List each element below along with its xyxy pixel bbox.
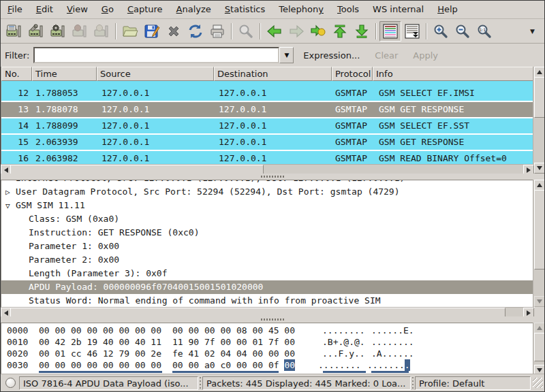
print-icon[interactable]: [206, 21, 228, 42]
toolbar-separator: [260, 23, 261, 39]
hex-highlight-sliver: [172, 371, 279, 373]
list-interfaces-icon[interactable]: [3, 21, 25, 42]
save-file-icon[interactable]: [141, 21, 163, 42]
menu-go[interactable]: Go: [95, 1, 121, 18]
detail-row-udp[interactable]: ▷User Datagram Protocol, Src Port: 52294…: [1, 185, 535, 199]
hex-row: 001000 42 2b 19 40 00 40 1111 90 7f 00 0…: [1, 336, 535, 348]
detail-row-gsm-sim[interactable]: ▽GSM SIM 11.11: [1, 199, 535, 212]
packet-row[interactable]: 16 2.063982 127.0.0.1 127.0.0.1 GSMTAP G…: [1, 151, 535, 164]
menu-file[interactable]: File: [1, 1, 29, 18]
detail-row-parameter1[interactable]: Parameter 1: 0x00: [1, 240, 535, 253]
column-header-protocol[interactable]: Protocol: [332, 67, 373, 81]
colorize-icon[interactable]: [379, 21, 401, 42]
scroll-thumb[interactable]: [534, 77, 545, 118]
reload-icon[interactable]: [185, 21, 206, 42]
expander-collapsed-icon[interactable]: ▷: [5, 186, 16, 199]
menu-statistics[interactable]: Statistics: [218, 1, 272, 18]
menu-analyze[interactable]: Analyze: [170, 1, 218, 18]
hex-row: 003000 00 00 00 00 00 00 0000 00 a0 c0 0…: [1, 359, 535, 371]
menu-ws-internal[interactable]: WS internal: [366, 1, 431, 18]
auto-scroll-icon[interactable]: [401, 21, 423, 42]
statusbar-separator: [199, 377, 202, 389]
resize-grip-icon[interactable]: [533, 378, 543, 388]
packet-list-header: No. Time Source Destination Protocol Inf…: [1, 67, 535, 81]
packet-row-selected[interactable]: 13 1.788078 127.0.0.1 127.0.0.1 GSMTAP G…: [1, 102, 535, 118]
hex-vscrollbar[interactable]: [533, 323, 544, 376]
column-header-info[interactable]: Info: [373, 67, 535, 81]
expert-info-icon[interactable]: [5, 378, 16, 388]
go-bottom-icon[interactable]: [351, 21, 373, 42]
ascii-highlight-sliver: [371, 371, 409, 373]
splitter-grip-icon: [261, 318, 284, 321]
statusbar-separator: [411, 377, 414, 389]
menu-view[interactable]: View: [60, 1, 95, 18]
menu-tools[interactable]: Tools: [330, 1, 366, 18]
scroll-down-icon[interactable]: [534, 163, 545, 174]
hex-highlight-sliver: [39, 371, 162, 373]
scroll-up-icon[interactable]: [534, 180, 545, 191]
detail-row-instruction[interactable]: Instruction: GET RESPONSE (0xc0): [1, 226, 535, 240]
scroll-thumb[interactable]: [534, 333, 545, 361]
detail-row-parameter2[interactable]: Parameter 2: 0x00: [1, 253, 535, 267]
toolbar-separator: [115, 23, 116, 39]
menu-help[interactable]: Help: [431, 1, 465, 18]
detail-row-length[interactable]: Length (Parameter 3): 0x0f: [1, 267, 535, 280]
status-field-info: ISO 7816-4 APDU Data Payload (iso...: [19, 376, 198, 390]
packet-row-clipped[interactable]: 11 1.787891 127.0.0.1 127.0.0.1 GSMTAP G…: [1, 81, 535, 86]
packet-row[interactable]: 15 2.063939 127.0.0.1 127.0.0.1 GSMTAP G…: [1, 135, 535, 151]
packet-list-hscrollbar[interactable]: [1, 164, 534, 174]
packet-row[interactable]: 12 1.788053 127.0.0.1 127.0.0.1 GSMTAP G…: [1, 86, 535, 102]
details-hscrollbar[interactable]: [1, 307, 534, 317]
expander-expanded-icon[interactable]: ▽: [5, 199, 16, 213]
go-top-icon[interactable]: [329, 21, 351, 42]
open-file-icon[interactable]: [119, 21, 141, 42]
column-header-time[interactable]: Time: [32, 67, 97, 81]
go-to-packet-icon[interactable]: [307, 21, 329, 42]
pane-splitter[interactable]: [1, 174, 544, 180]
menu-edit[interactable]: Edit: [29, 1, 60, 18]
splitter-grip-icon: [261, 176, 284, 178]
capture-stop-icon: [69, 21, 91, 42]
scroll-thumb[interactable]: [534, 190, 545, 270]
zoom-100-icon[interactable]: 1:1: [473, 21, 495, 42]
clear-button: Clear: [375, 50, 398, 61]
menu-telephony[interactable]: Telephony: [272, 1, 330, 18]
hex-row: 000000 00 00 00 00 00 00 0000 00 00 00 0…: [1, 325, 535, 336]
scroll-up-icon[interactable]: [534, 323, 545, 333]
packet-list-vscrollbar[interactable]: [533, 67, 544, 174]
hex-bytes-pane[interactable]: 000000 00 00 00 00 00 00 0000 00 00 00 0…: [1, 323, 535, 376]
go-back-icon[interactable]: [264, 21, 285, 42]
capture-options-icon[interactable]: [25, 21, 47, 42]
scroll-down-icon[interactable]: [534, 296, 545, 307]
detail-row-status-word[interactable]: Status Word: Normal ending of command wi…: [1, 294, 535, 308]
status-profile[interactable]: Profile: Default: [415, 376, 531, 390]
details-vscrollbar[interactable]: [533, 180, 544, 307]
column-header-destination[interactable]: Destination: [214, 67, 332, 81]
zoom-out-icon[interactable]: [452, 21, 473, 42]
filter-dropdown-icon[interactable]: ▼: [279, 47, 294, 63]
toolbar-separator: [426, 23, 427, 39]
scroll-up-icon[interactable]: [534, 67, 545, 78]
menu-bar: File Edit View Go Capture Analyze Statis…: [1, 1, 544, 19]
hex-row: 002000 01 cc 46 12 79 00 2efe 41 02 04 0…: [1, 348, 535, 359]
detail-row-class[interactable]: Class: GSM (0xa0): [1, 212, 535, 226]
capture-start-icon[interactable]: [47, 21, 69, 42]
filter-input[interactable]: [33, 47, 279, 63]
column-header-no[interactable]: No.: [1, 67, 32, 81]
zoom-in-icon[interactable]: [430, 21, 452, 42]
column-header-source[interactable]: Source: [97, 67, 214, 81]
go-forward-icon: [285, 21, 307, 42]
detail-row-clipped[interactable]: Internet Protocol, Src: 127.0.0.1 (127.0…: [1, 180, 535, 185]
apply-button: Apply: [413, 50, 438, 61]
packet-row[interactable]: 14 1.788099 127.0.0.1 127.0.0.1 GSMTAP G…: [1, 118, 535, 135]
detail-row-apdu-payload-selected[interactable]: APDU Payload: 000000096f0704001500150102…: [1, 280, 535, 294]
toolbar-overflow-icon[interactable]: ▼: [523, 28, 542, 35]
pane-splitter[interactable]: [1, 316, 544, 323]
menu-capture[interactable]: Capture: [121, 1, 170, 18]
toolbar-separator: [231, 23, 232, 39]
svg-text:1:1: 1:1: [480, 27, 486, 32]
expression-button[interactable]: Expression...: [303, 50, 360, 61]
close-file-icon[interactable]: [163, 21, 185, 42]
filter-bar: Filter: ▼ Expression... Clear Apply: [1, 44, 544, 67]
filter-label: Filter:: [5, 50, 29, 61]
